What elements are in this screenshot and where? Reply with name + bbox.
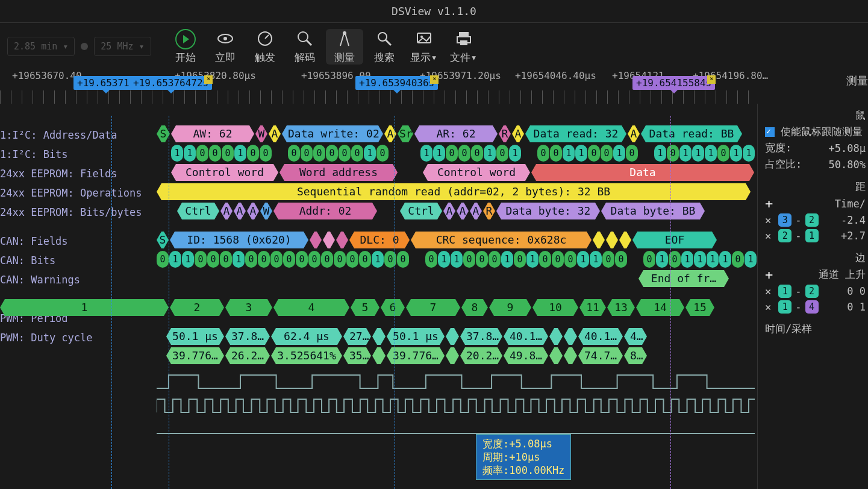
decode-segment[interactable]: R [483,203,495,219]
decode-segment[interactable]: EOF [632,232,717,248]
measure-button[interactable]: 测量 [326,29,363,65]
time-cursor-flag[interactable]: +19.65394036s× [355,76,438,90]
decode-segment[interactable]: 3 [225,299,272,316]
decode-segment[interactable]: 8 [461,299,488,316]
decode-segment[interactable]: End of fr… [639,270,729,287]
decode-segment[interactable] [549,328,563,345]
decode-segment[interactable]: S [157,232,169,248]
decode-segment[interactable]: Addr: 02 [273,203,377,219]
trace-row[interactable]: Sequential random read (addr=02, 2 bytes… [157,183,757,203]
trace-row[interactable]: 0110001000000000010001100010100011000101… [157,251,757,270]
decode-segment[interactable] [564,328,577,345]
decode-segment[interactable]: A [234,203,246,219]
close-icon[interactable]: × [707,75,716,84]
decode-button[interactable]: 解码 [286,29,323,65]
decode-segment[interactable]: Data read: 32 [525,125,626,142]
decode-segment[interactable]: 49.8… [504,347,548,364]
decode-segment[interactable] [372,347,386,364]
decode-segment[interactable]: Ctrl [400,203,442,219]
decode-segment[interactable]: 4 [273,299,349,316]
decode-segment[interactable] [310,232,322,248]
decode-segment[interactable]: 35… [343,347,371,364]
decode-segment[interactable] [606,232,618,248]
decode-segment[interactable]: 39.776… [387,347,445,364]
decode-segment[interactable]: AR: 62 [414,125,498,142]
time-ruler[interactable]: +19653670.40…+19653820.80µs+19653896.00…… [0,70,868,104]
display-dropdown[interactable]: 显示▾ [405,29,443,65]
trace-row[interactable]: 39.776…26.2…3.525641%35…39.776…20.2…49.8… [157,347,757,367]
cursor-line[interactable] [169,116,169,489]
decode-segment[interactable]: Word address [279,164,398,181]
decode-segment[interactable]: 50.1 µs [166,328,224,345]
decode-segment[interactable]: Control word [171,164,278,181]
decode-segment[interactable]: Data [531,164,754,181]
decode-segment[interactable]: A [443,203,455,219]
decode-segment[interactable]: 74.7… [578,347,623,364]
decode-segment[interactable] [564,347,577,364]
decode-segment[interactable]: A [512,125,524,142]
decode-segment[interactable] [619,232,631,248]
add-distance[interactable] [765,196,778,211]
decode-segment[interactable]: 9 [489,299,531,316]
trace-row[interactable]: 1100010000000010110001010011001010111011 [157,145,757,164]
decode-segment[interactable]: Sequential random read (addr=02, 2 bytes… [157,183,751,200]
decode-segment[interactable]: W [260,203,272,219]
decode-segment[interactable]: Data read: BB [641,125,742,142]
decode-segment[interactable]: 14 [636,299,684,316]
search-button[interactable]: 搜索 [366,29,403,65]
decode-segment[interactable]: 5 [351,299,379,316]
del-e1[interactable] [765,285,775,297]
decode-segment[interactable]: A [457,203,469,219]
decode-segment[interactable]: A [628,125,640,142]
del-e2[interactable] [765,301,775,313]
decode-segment[interactable]: A [269,125,281,142]
decode-segment[interactable]: 62.4 µs [271,328,342,345]
trace-row[interactable]: 1234567891011131415 [0,299,757,318]
trace-row[interactable]: End of fr… [157,270,757,289]
decode-segment[interactable] [446,328,459,345]
trace-row[interactable]: 50.1 µs37.8…62.4 µs27…50.1 µs37.8…40.1…4… [157,328,757,347]
close-icon[interactable]: × [430,75,439,84]
decode-segment[interactable] [549,347,563,364]
decode-segment[interactable]: 6 [381,299,405,316]
decode-segment[interactable]: Ctrl [177,203,219,219]
decode-segment[interactable]: 3.525641% [271,347,342,364]
add-edge[interactable] [765,267,778,282]
decode-segment[interactable]: A [247,203,259,219]
decode-segment[interactable]: R [499,125,511,142]
decode-segment[interactable]: 1 [0,299,169,316]
decode-segment[interactable]: 7 [406,299,460,316]
decode-segment[interactable]: 8… [624,347,647,364]
trace-row[interactable]: SID: 1568 (0x620)DLC: 0CRC sequence: 0x6… [157,232,757,251]
decode-segment[interactable]: 37.8… [460,328,502,345]
decode-segment[interactable]: A [220,203,233,219]
samplerate-dropdown[interactable]: 25 MHz ▾ [94,37,151,56]
decode-segment[interactable] [372,328,386,345]
trace-row[interactable]: SAW: 62WAData write: 02ASrAR: 62RAData r… [157,125,757,145]
decode-segment[interactable]: AW: 62 [171,125,254,142]
decode-segment[interactable]: 40.1… [504,328,548,345]
decode-segment[interactable] [323,232,335,248]
trigger-button[interactable]: 触发 [246,29,284,65]
waveform-area[interactable] [157,370,755,449]
timebase-dropdown[interactable]: 2.85 min ▾ [7,37,75,56]
decode-segment[interactable]: W [255,125,267,142]
instant-button[interactable]: 立即 [207,29,244,65]
time-cursor-flag[interactable]: +19.65376472s× [130,76,212,90]
decode-segment[interactable]: 10 [532,299,578,316]
cursor-line[interactable] [395,116,395,489]
file-dropdown[interactable]: 文件▾ [445,29,482,65]
decode-segment[interactable]: 40.1… [578,328,623,345]
start-button[interactable]: 开始 [167,29,204,65]
cursor-line[interactable] [111,116,112,489]
decode-segment[interactable]: 15 [685,299,714,316]
decode-segment[interactable]: DLC: 0 [349,232,410,248]
decode-segment[interactable]: CRC sequence: 0x628c [411,232,592,248]
trace-row[interactable]: CtrlAAAWAddr: 02CtrlAAARData byte: 32Dat… [157,203,757,222]
trace-row[interactable]: Control wordWord addressControl wordData [157,164,757,183]
decode-segment[interactable]: A [470,203,482,219]
decode-segment[interactable]: 27… [343,328,371,345]
decode-segment[interactable]: Data byte: BB [601,203,705,219]
del-d2[interactable] [765,230,775,242]
decode-segment[interactable]: S [157,125,170,142]
